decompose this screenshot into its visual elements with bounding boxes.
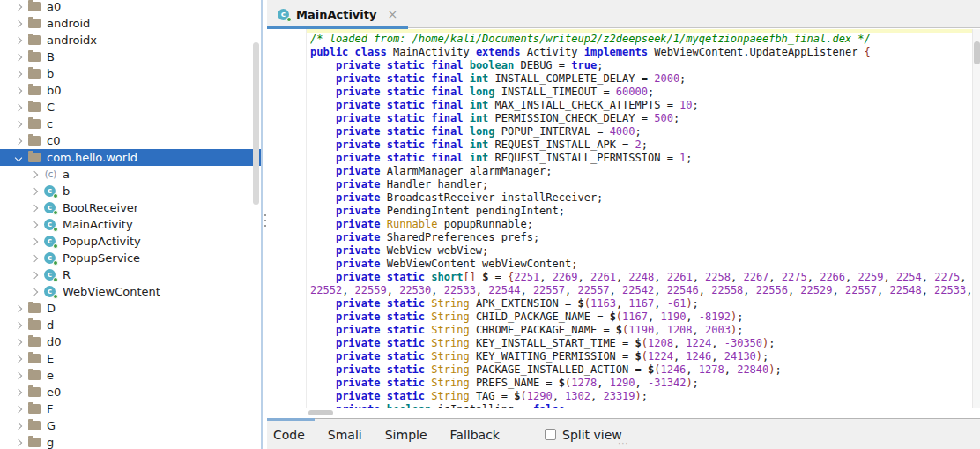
tree-item-a0[interactable]: a0 xyxy=(0,0,261,15)
expand-chevron-icon[interactable] xyxy=(14,119,25,130)
tree-item-label: PopupActivity xyxy=(63,235,141,248)
public-marker-icon xyxy=(53,294,58,299)
split-view-toggle[interactable]: Split view xyxy=(545,419,622,449)
mode-tab-smali[interactable]: Smali xyxy=(328,428,362,442)
tree-item-b[interactable]: cb xyxy=(0,183,261,199)
splitter-grip-icon[interactable] xyxy=(264,214,266,216)
code-line: private AlarmManager alarmManager; xyxy=(310,165,972,178)
class-icon: c xyxy=(44,201,57,214)
expand-chevron-icon[interactable] xyxy=(14,153,25,163)
tab-mainactivity[interactable]: c MainActivity × xyxy=(267,0,408,28)
expand-chevron-icon[interactable] xyxy=(30,253,41,264)
tree-item-WebViewContent[interactable]: cWebViewContent xyxy=(0,283,261,300)
tree-item-label: F xyxy=(47,402,53,415)
expand-chevron-icon[interactable] xyxy=(14,86,25,96)
mode-tab-code[interactable]: Code xyxy=(273,428,305,442)
tree-item-label: b xyxy=(47,67,54,80)
expand-chevron-icon[interactable] xyxy=(14,337,25,348)
tree-item-PopupService[interactable]: cPopupService xyxy=(0,250,261,266)
code-line: private static short[] $ = {2251, 2269, … xyxy=(310,271,972,284)
expand-chevron-icon[interactable] xyxy=(14,438,25,448)
tree-item-label: b0 xyxy=(47,84,62,97)
expand-chevron-icon[interactable] xyxy=(14,370,25,381)
tree-item-E[interactable]: E xyxy=(0,350,261,367)
tree-scrollbar-thumb[interactable] xyxy=(253,42,259,205)
expand-chevron-icon[interactable] xyxy=(14,421,25,431)
tree-item-b0[interactable]: b0 xyxy=(0,82,261,99)
tree-scrollbar[interactable] xyxy=(252,0,260,449)
tree-item-e[interactable]: e xyxy=(0,367,261,384)
tree-item-C[interactable]: C xyxy=(0,99,261,116)
expand-chevron-icon[interactable] xyxy=(14,303,25,314)
tree-item-B[interactable]: B xyxy=(0,49,261,65)
tree-item-D[interactable]: D xyxy=(0,300,261,317)
expand-chevron-icon[interactable] xyxy=(14,19,25,29)
package-icon xyxy=(28,421,41,430)
expand-chevron-icon[interactable] xyxy=(30,287,41,297)
class-icon: c xyxy=(44,268,57,281)
tree-item-d0[interactable]: d0 xyxy=(0,333,261,350)
mode-tabs: CodeSmaliSimpleFallback xyxy=(273,419,523,449)
code-line: private WebView webView; xyxy=(310,244,972,258)
code-line: private static final int MAX_INSTALL_CHE… xyxy=(310,99,972,112)
mode-tab-fallback[interactable]: Fallback xyxy=(450,428,500,442)
tree-item-label: e xyxy=(47,369,54,382)
expand-chevron-icon[interactable] xyxy=(30,186,41,197)
tree-item-com.hello.world[interactable]: com.hello.world xyxy=(0,149,261,166)
tree-item-label: androidx xyxy=(47,34,97,47)
tree-item-PopupActivity[interactable]: cPopupActivity xyxy=(0,233,261,250)
editor-gutter xyxy=(267,29,307,408)
tree-item-F[interactable]: F xyxy=(0,400,261,417)
editor-horizontal-scrollbar[interactable] xyxy=(267,408,972,418)
tree-item-BootReceiver[interactable]: cBootReceiver xyxy=(0,199,261,216)
expand-chevron-icon[interactable] xyxy=(14,136,25,146)
tree-item-e0[interactable]: e0 xyxy=(0,384,261,400)
tree-item-android[interactable]: android xyxy=(0,15,261,32)
tree-item-androidx[interactable]: androidx xyxy=(0,32,261,49)
tree-item-d[interactable]: d xyxy=(0,317,261,333)
expand-chevron-icon[interactable] xyxy=(30,270,41,281)
tree-item-g[interactable]: g xyxy=(0,434,261,449)
expand-chevron-icon[interactable] xyxy=(14,69,25,79)
package-icon xyxy=(28,438,41,447)
package-icon xyxy=(28,354,41,363)
class-icon: c xyxy=(278,8,291,21)
tab-close-icon[interactable]: × xyxy=(387,8,397,20)
expand-chevron-icon[interactable] xyxy=(14,2,25,12)
expand-chevron-icon[interactable] xyxy=(14,320,25,331)
panel-splitter[interactable] xyxy=(261,0,267,449)
expand-chevron-icon[interactable] xyxy=(14,404,25,415)
expand-chevron-icon[interactable] xyxy=(30,220,41,230)
tree-item-R[interactable]: cR xyxy=(0,266,261,283)
code-line: private PendingIntent pendingIntent; xyxy=(310,205,972,218)
tree-item-label: d0 xyxy=(47,335,62,348)
tree-item-MainActivity[interactable]: cMainActivity xyxy=(0,216,261,233)
tree-item-b[interactable]: b xyxy=(0,65,261,82)
editor-vertical-scrollbar[interactable] xyxy=(972,29,980,408)
expand-chevron-icon[interactable] xyxy=(14,102,25,113)
tree-item-label: com.hello.world xyxy=(47,151,137,164)
expand-chevron-icon[interactable] xyxy=(14,35,25,46)
package-tree-panel: a0androidandroidxBbb0Ccc0com.hello.world… xyxy=(0,0,261,449)
mode-tab-simple[interactable]: Simple xyxy=(385,428,427,442)
code-editor[interactable]: /* loaded from: /home/kali/Documents/wri… xyxy=(267,29,980,418)
public-marker-icon xyxy=(286,17,292,22)
expand-chevron-icon[interactable] xyxy=(14,52,25,63)
package-icon xyxy=(28,102,41,112)
tree-item-G[interactable]: G xyxy=(0,417,261,434)
expand-chevron-icon[interactable] xyxy=(30,203,41,213)
expand-chevron-icon[interactable] xyxy=(30,169,41,180)
vertical-scrollbar-thumb[interactable] xyxy=(974,41,980,64)
tree-item-c[interactable]: c xyxy=(0,116,261,132)
decompiled-code[interactable]: /* loaded from: /home/kali/Documents/wri… xyxy=(310,33,972,408)
code-line: private static final boolean DEBUG = tru… xyxy=(310,59,972,72)
expand-chevron-icon[interactable] xyxy=(14,354,25,364)
code-line: private static final int PERMISSION_CHEC… xyxy=(310,112,972,125)
code-line: private static final long INSTALL_TIMEOU… xyxy=(310,86,972,99)
expand-chevron-icon[interactable] xyxy=(14,387,25,398)
horizontal-scrollbar-thumb[interactable] xyxy=(308,410,333,415)
tree-item-a[interactable]: (c)a xyxy=(0,166,261,183)
split-view-checkbox[interactable] xyxy=(545,429,556,440)
expand-chevron-icon[interactable] xyxy=(30,236,41,247)
tree-item-c0[interactable]: c0 xyxy=(0,132,261,149)
